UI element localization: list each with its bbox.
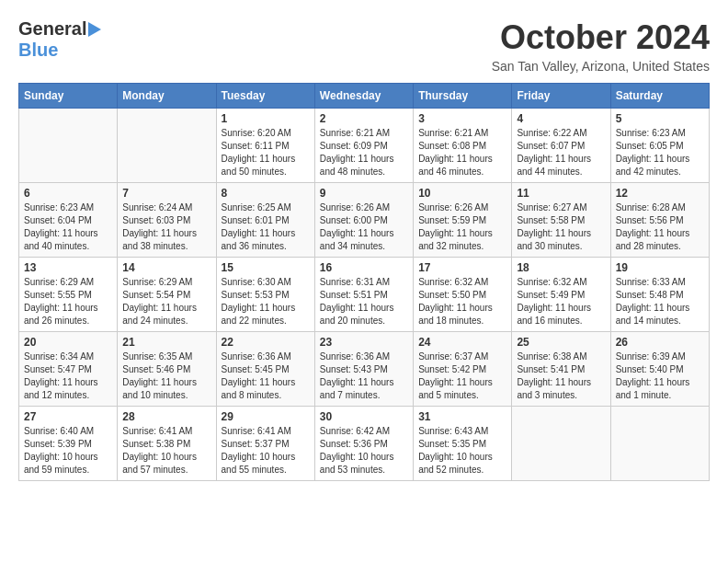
day-number: 13 bbox=[24, 261, 112, 274]
day-number: 1 bbox=[222, 112, 310, 125]
day-info: Sunrise: 6:41 AMSunset: 5:38 PMDaylight:… bbox=[122, 425, 210, 477]
day-number: 21 bbox=[122, 336, 210, 349]
logo: General Blue bbox=[18, 18, 101, 61]
col-thursday: Thursday bbox=[414, 84, 512, 109]
day-number: 30 bbox=[320, 410, 408, 423]
day-number: 14 bbox=[122, 261, 210, 274]
calendar-week-3: 13Sunrise: 6:29 AMSunset: 5:55 PMDayligh… bbox=[19, 258, 710, 332]
calendar-cell: 30Sunrise: 6:42 AMSunset: 5:36 PMDayligh… bbox=[314, 407, 413, 481]
calendar-cell: 14Sunrise: 6:29 AMSunset: 5:54 PMDayligh… bbox=[118, 258, 216, 332]
day-info: Sunrise: 6:22 AMSunset: 6:07 PMDaylight:… bbox=[517, 127, 605, 178]
calendar-week-4: 20Sunrise: 6:34 AMSunset: 5:47 PMDayligh… bbox=[19, 332, 710, 407]
calendar-cell: 6Sunrise: 6:23 AMSunset: 6:04 PMDaylight… bbox=[19, 183, 118, 258]
logo-arrow-icon bbox=[88, 22, 101, 37]
day-number: 3 bbox=[418, 112, 506, 125]
day-number: 10 bbox=[418, 187, 506, 200]
calendar-cell: 4Sunrise: 6:22 AMSunset: 6:07 PMDaylight… bbox=[512, 109, 610, 183]
day-number: 5 bbox=[616, 112, 704, 125]
calendar-cell bbox=[118, 109, 216, 183]
day-info: Sunrise: 6:34 AMSunset: 5:47 PMDaylight:… bbox=[24, 350, 112, 402]
logo-general: General bbox=[18, 18, 86, 40]
page: General Blue October 2024 San Tan Valley… bbox=[0, 0, 728, 490]
calendar-table: Sunday Monday Tuesday Wednesday Thursday… bbox=[18, 83, 710, 481]
day-number: 22 bbox=[222, 336, 310, 349]
day-info: Sunrise: 6:21 AMSunset: 6:08 PMDaylight:… bbox=[418, 127, 506, 178]
day-number: 26 bbox=[616, 336, 704, 349]
col-friday: Friday bbox=[512, 84, 610, 109]
calendar-cell: 2Sunrise: 6:21 AMSunset: 6:09 PMDaylight… bbox=[314, 109, 413, 183]
day-number: 15 bbox=[222, 261, 310, 274]
calendar-cell: 9Sunrise: 6:26 AMSunset: 6:00 PMDaylight… bbox=[314, 183, 413, 258]
calendar-cell: 3Sunrise: 6:21 AMSunset: 6:08 PMDaylight… bbox=[414, 109, 512, 183]
day-info: Sunrise: 6:30 AMSunset: 5:53 PMDaylight:… bbox=[222, 276, 310, 327]
calendar-cell: 29Sunrise: 6:41 AMSunset: 5:37 PMDayligh… bbox=[216, 407, 314, 481]
calendar-week-5: 27Sunrise: 6:40 AMSunset: 5:39 PMDayligh… bbox=[19, 407, 710, 481]
day-info: Sunrise: 6:42 AMSunset: 5:36 PMDaylight:… bbox=[320, 425, 408, 477]
day-number: 20 bbox=[24, 336, 112, 349]
day-info: Sunrise: 6:38 AMSunset: 5:41 PMDaylight:… bbox=[517, 350, 605, 402]
calendar-cell: 7Sunrise: 6:24 AMSunset: 6:03 PMDaylight… bbox=[118, 183, 216, 258]
day-info: Sunrise: 6:40 AMSunset: 5:39 PMDaylight:… bbox=[24, 425, 112, 477]
day-number: 19 bbox=[616, 261, 704, 274]
day-info: Sunrise: 6:41 AMSunset: 5:37 PMDaylight:… bbox=[222, 425, 310, 477]
day-number: 7 bbox=[122, 187, 210, 200]
day-info: Sunrise: 6:26 AMSunset: 6:00 PMDaylight:… bbox=[320, 201, 408, 253]
day-info: Sunrise: 6:29 AMSunset: 5:54 PMDaylight:… bbox=[122, 276, 210, 327]
day-info: Sunrise: 6:25 AMSunset: 6:01 PMDaylight:… bbox=[222, 201, 310, 253]
calendar-week-2: 6Sunrise: 6:23 AMSunset: 6:04 PMDaylight… bbox=[19, 183, 710, 258]
day-number: 2 bbox=[320, 112, 408, 125]
day-number: 29 bbox=[222, 410, 310, 423]
day-info: Sunrise: 6:29 AMSunset: 5:55 PMDaylight:… bbox=[24, 276, 112, 327]
calendar-cell: 17Sunrise: 6:32 AMSunset: 5:50 PMDayligh… bbox=[414, 258, 512, 332]
calendar-cell: 5Sunrise: 6:23 AMSunset: 6:05 PMDaylight… bbox=[610, 109, 709, 183]
calendar-cell: 22Sunrise: 6:36 AMSunset: 5:45 PMDayligh… bbox=[216, 332, 314, 407]
day-number: 23 bbox=[320, 336, 408, 349]
calendar-cell: 26Sunrise: 6:39 AMSunset: 5:40 PMDayligh… bbox=[610, 332, 709, 407]
day-info: Sunrise: 6:26 AMSunset: 5:59 PMDaylight:… bbox=[418, 201, 506, 253]
day-number: 9 bbox=[320, 187, 408, 200]
day-number: 8 bbox=[222, 187, 310, 200]
day-info: Sunrise: 6:21 AMSunset: 6:09 PMDaylight:… bbox=[320, 127, 408, 178]
calendar-cell: 8Sunrise: 6:25 AMSunset: 6:01 PMDaylight… bbox=[216, 183, 314, 258]
logo-line1: General bbox=[18, 18, 101, 40]
day-info: Sunrise: 6:43 AMSunset: 5:35 PMDaylight:… bbox=[418, 425, 506, 477]
col-sunday: Sunday bbox=[19, 84, 118, 109]
calendar-cell bbox=[610, 407, 709, 481]
col-tuesday: Tuesday bbox=[216, 84, 314, 109]
calendar-cell: 18Sunrise: 6:32 AMSunset: 5:49 PMDayligh… bbox=[512, 258, 610, 332]
calendar-week-1: 1Sunrise: 6:20 AMSunset: 6:11 PMDaylight… bbox=[19, 109, 710, 183]
calendar-cell bbox=[19, 109, 118, 183]
day-number: 11 bbox=[517, 187, 605, 200]
day-info: Sunrise: 6:33 AMSunset: 5:48 PMDaylight:… bbox=[616, 276, 704, 327]
day-info: Sunrise: 6:31 AMSunset: 5:51 PMDaylight:… bbox=[320, 276, 408, 327]
col-saturday: Saturday bbox=[610, 84, 709, 109]
day-info: Sunrise: 6:23 AMSunset: 6:05 PMDaylight:… bbox=[616, 127, 704, 178]
day-number: 25 bbox=[517, 336, 605, 349]
calendar-cell: 11Sunrise: 6:27 AMSunset: 5:58 PMDayligh… bbox=[512, 183, 610, 258]
calendar-cell: 25Sunrise: 6:38 AMSunset: 5:41 PMDayligh… bbox=[512, 332, 610, 407]
header: General Blue October 2024 San Tan Valley… bbox=[18, 18, 710, 74]
calendar-cell: 13Sunrise: 6:29 AMSunset: 5:55 PMDayligh… bbox=[19, 258, 118, 332]
calendar-header: Sunday Monday Tuesday Wednesday Thursday… bbox=[19, 84, 710, 109]
calendar-cell: 12Sunrise: 6:28 AMSunset: 5:56 PMDayligh… bbox=[610, 183, 709, 258]
month-title: October 2024 bbox=[492, 18, 710, 57]
calendar-cell: 19Sunrise: 6:33 AMSunset: 5:48 PMDayligh… bbox=[610, 258, 709, 332]
day-info: Sunrise: 6:35 AMSunset: 5:46 PMDaylight:… bbox=[122, 350, 210, 402]
calendar-cell: 10Sunrise: 6:26 AMSunset: 5:59 PMDayligh… bbox=[414, 183, 512, 258]
day-number: 24 bbox=[418, 336, 506, 349]
day-info: Sunrise: 6:23 AMSunset: 6:04 PMDaylight:… bbox=[24, 201, 112, 253]
calendar-cell: 15Sunrise: 6:30 AMSunset: 5:53 PMDayligh… bbox=[216, 258, 314, 332]
day-info: Sunrise: 6:32 AMSunset: 5:49 PMDaylight:… bbox=[517, 276, 605, 327]
day-info: Sunrise: 6:36 AMSunset: 5:43 PMDaylight:… bbox=[320, 350, 408, 402]
calendar-cell: 31Sunrise: 6:43 AMSunset: 5:35 PMDayligh… bbox=[414, 407, 512, 481]
day-info: Sunrise: 6:37 AMSunset: 5:42 PMDaylight:… bbox=[418, 350, 506, 402]
calendar-cell: 24Sunrise: 6:37 AMSunset: 5:42 PMDayligh… bbox=[414, 332, 512, 407]
day-number: 6 bbox=[24, 187, 112, 200]
calendar-body: 1Sunrise: 6:20 AMSunset: 6:11 PMDaylight… bbox=[19, 109, 710, 481]
header-row: Sunday Monday Tuesday Wednesday Thursday… bbox=[19, 84, 710, 109]
calendar-cell: 21Sunrise: 6:35 AMSunset: 5:46 PMDayligh… bbox=[118, 332, 216, 407]
day-info: Sunrise: 6:32 AMSunset: 5:50 PMDaylight:… bbox=[418, 276, 506, 327]
day-info: Sunrise: 6:27 AMSunset: 5:58 PMDaylight:… bbox=[517, 201, 605, 253]
calendar-cell: 16Sunrise: 6:31 AMSunset: 5:51 PMDayligh… bbox=[314, 258, 413, 332]
calendar-cell: 1Sunrise: 6:20 AMSunset: 6:11 PMDaylight… bbox=[216, 109, 314, 183]
